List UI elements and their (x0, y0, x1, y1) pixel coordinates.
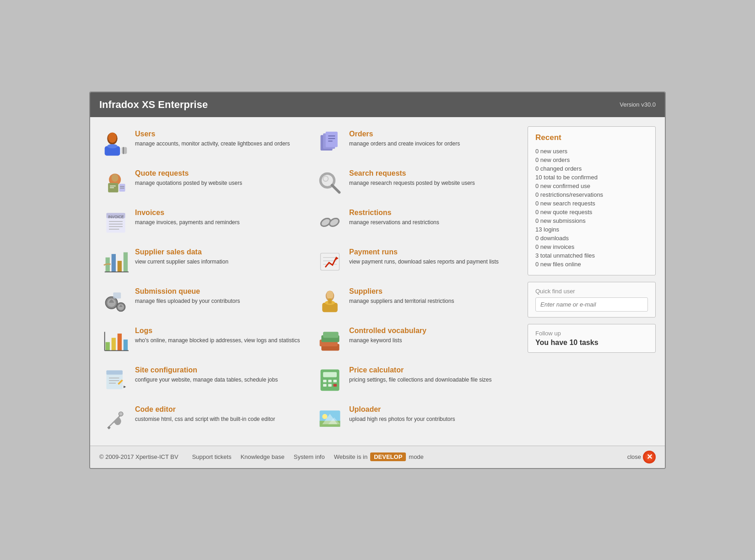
vocab-title: Controlled vocabulary (349, 327, 426, 335)
menu-item-site-config[interactable]: Site configuration configure your websit… (99, 362, 304, 397)
quote-title: Quote requests (135, 169, 242, 178)
svg-text:INVOICE: INVOICE (108, 214, 124, 219)
recent-item: 0 new submissions (535, 216, 648, 225)
left-panel: Users manage accounts, monitor activity,… (99, 126, 518, 436)
logs-icon (102, 327, 129, 354)
uploader-icon (316, 405, 344, 433)
price-calc-icon (316, 366, 344, 393)
users-icon (102, 130, 129, 157)
payment-desc: view payment runs, download sales report… (349, 258, 499, 266)
support-tickets-link[interactable]: Support tickets (192, 453, 232, 460)
recent-item: 0 new quote requests (535, 208, 648, 216)
code-editor-text: Code editor customise html, css and scri… (135, 405, 275, 423)
quick-find-box: Quick find user (528, 282, 656, 318)
vocab-desc: manage keyword lists (349, 337, 426, 345)
quote-text: Quote requests manage quotations posted … (135, 169, 242, 187)
site-config-title: Site configuration (135, 366, 278, 374)
logs-text: Logs who's online, manage blocked ip add… (135, 327, 300, 345)
menu-item-suppliers[interactable]: Suppliers manage suppliers and territori… (313, 284, 518, 318)
svg-rect-40 (124, 252, 128, 272)
logs-desc: who's online, manage blocked ip addresse… (135, 337, 300, 345)
recent-item: 0 new search requests (535, 199, 648, 208)
recent-item: 0 changed orders (535, 164, 648, 173)
menu-item-logs[interactable]: Logs who's online, manage blocked ip add… (99, 323, 304, 358)
uploader-title: Uploader (349, 405, 455, 414)
right-panel: Recent 0 new users0 new orders0 changed … (528, 126, 656, 436)
menu-item-controlled-vocab[interactable]: Controlled vocabulary manage keyword lis… (313, 323, 518, 358)
restrictions-icon (316, 209, 344, 236)
copyright: © 2009-2017 Xpertise-ICT BV (99, 453, 178, 460)
svg-rect-56 (328, 298, 331, 303)
menu-item-price-calculator[interactable]: Price calculator pricing settings, file … (313, 362, 518, 397)
uploader-text: Uploader upload high res photos for your… (349, 405, 455, 423)
recent-item: 0 new invoices (535, 242, 648, 251)
menu-item-orders[interactable]: Orders manage orders and create invoices… (313, 126, 518, 161)
vocab-icon (316, 327, 344, 354)
svg-rect-75 (323, 372, 337, 377)
suppliers-desc: manage suppliers and territorial restric… (349, 297, 454, 305)
users-text: Users manage accounts, monitor activity,… (135, 130, 290, 148)
close-label: close (627, 453, 641, 460)
menu-item-search-requests[interactable]: Search requests manage research requests… (313, 166, 518, 200)
search-icon (316, 169, 344, 197)
code-editor-desc: customise html, css and script with the … (135, 415, 275, 423)
svg-line-22 (332, 185, 340, 192)
recent-item: 0 restrictions/reservations (535, 190, 648, 199)
footer: © 2009-2017 Xpertise-ICT BV Support tick… (90, 446, 665, 468)
supplier-sales-icon (102, 248, 129, 275)
svg-point-1 (108, 132, 117, 142)
quick-find-input[interactable] (535, 297, 648, 312)
logs-title: Logs (135, 327, 300, 335)
svg-rect-77 (328, 380, 331, 382)
suppliers-text: Suppliers manage suppliers and territori… (349, 287, 454, 305)
develop-badge: DEVELOP (370, 452, 406, 461)
close-button[interactable]: close ✕ (627, 451, 656, 463)
svg-rect-76 (323, 380, 326, 382)
knowledge-base-link[interactable]: Knowledge base (241, 453, 285, 460)
svg-point-53 (327, 291, 334, 299)
recent-item: 0 new users (535, 147, 648, 156)
menu-item-quote-requests[interactable]: Quote requests manage quotations posted … (99, 166, 304, 200)
payment-title: Payment runs (349, 248, 499, 256)
site-config-desc: configure your website, manage data tabl… (135, 376, 278, 384)
svg-rect-39 (118, 261, 122, 272)
users-title: Users (135, 130, 290, 138)
menu-item-payment-runs[interactable]: Payment runs view payment runs, download… (313, 244, 518, 279)
menu-item-users[interactable]: Users manage accounts, monitor activity,… (99, 126, 304, 161)
mode-suffix: mode (409, 453, 424, 460)
invoices-icon: INVOICE (102, 209, 129, 236)
svg-rect-8 (326, 131, 338, 147)
site-config-icon (102, 366, 129, 393)
svg-marker-73 (122, 385, 126, 388)
menu-item-restrictions[interactable]: Restrictions manage reservations and res… (313, 205, 518, 240)
vocab-text: Controlled vocabulary manage keyword lis… (349, 327, 426, 345)
recent-items-list: 0 new users0 new orders0 changed orders1… (535, 147, 648, 269)
svg-rect-42 (320, 253, 339, 270)
submission-icon (102, 287, 129, 315)
recent-item: 0 new confirmed use (535, 182, 648, 190)
followup-tasks: You have 10 tasks (535, 339, 648, 347)
svg-point-3 (107, 144, 117, 148)
recent-item: 0 downloads (535, 234, 648, 242)
payment-text: Payment runs view payment runs, download… (349, 248, 499, 266)
close-icon: ✕ (643, 451, 656, 463)
quote-desc: manage quotations posted by website user… (135, 179, 242, 187)
recent-title: Recent (535, 133, 648, 142)
system-info-link[interactable]: System info (294, 453, 325, 460)
menu-item-submission-queue[interactable]: Submission queue manage files uploaded b… (99, 284, 304, 318)
menu-item-invoices[interactable]: INVOICE Invoices manage invoices, paymen… (99, 205, 304, 240)
orders-icon (316, 130, 344, 157)
svg-point-85 (322, 414, 327, 419)
svg-point-13 (112, 174, 119, 182)
recent-box: Recent 0 new users0 new orders0 changed … (528, 126, 656, 275)
menu-item-code-editor[interactable]: Code editor customise html, css and scri… (99, 402, 304, 436)
users-desc: manage accounts, monitor activity, creat… (135, 140, 290, 148)
menu-item-uploader[interactable]: Uploader upload high res photos for your… (313, 402, 518, 436)
quote-icon (102, 169, 129, 197)
svg-point-82 (119, 412, 123, 416)
title-bar: Infradox XS Enterprise Version v30.0 (90, 92, 665, 117)
price-calc-desc: pricing settings, file collections and d… (349, 376, 492, 384)
search-req-text: Search requests manage research requests… (349, 169, 475, 187)
menu-item-supplier-sales[interactable]: Supplier sales data view current supplie… (99, 244, 304, 279)
orders-title: Orders (349, 130, 460, 138)
